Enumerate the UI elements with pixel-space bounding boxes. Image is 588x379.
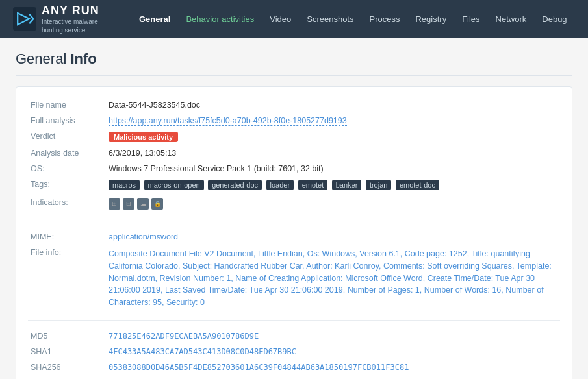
label-fileinfo: File info:: [28, 245, 106, 312]
row-ssdeep: SSDEEP 3072:277HUUUUUUUUUUUUUUUUUUUUUUTK…: [28, 375, 560, 379]
row-tags: Tags: macros macros-on-open generated-do…: [28, 177, 560, 195]
tag-generated-doc: generated-doc: [208, 180, 262, 190]
value-os: Windows 7 Professional Service Pack 1 (b…: [106, 161, 560, 177]
nav-item-files[interactable]: Files: [455, 10, 486, 28]
nav-item-debug[interactable]: Debug: [535, 10, 573, 28]
value-filename: Data-5544-J5823545.doc: [106, 97, 560, 113]
nav-item-general[interactable]: General: [133, 10, 177, 28]
tag-trojan: trojan: [366, 180, 392, 190]
tag-loader: loader: [266, 180, 294, 190]
tag-banker: banker: [332, 180, 362, 190]
logo-subtitle: Interactive malware hunting service: [42, 18, 107, 34]
nav-link-general[interactable]: General: [133, 10, 177, 28]
label-ssdeep: SSDEEP: [28, 375, 106, 379]
label-md5: MD5: [28, 328, 106, 344]
label-os: OS:: [28, 161, 106, 177]
nav-link-screenshots[interactable]: Screenshots: [300, 10, 360, 28]
tag-emotet-doc: emotet-doc: [396, 180, 439, 190]
nav-item-behavior[interactable]: Behavior activities: [179, 10, 261, 28]
nav-link-behavior[interactable]: Behavior activities: [179, 10, 261, 28]
info-table-hashes: MD5 771825E462ADF9ECAEBA5A9010786D9E SHA…: [28, 328, 560, 379]
label-fullanalysis: Full analysis: [28, 113, 106, 128]
row-analysis-date: Analysis date 6/3/2019, 13:05:13: [28, 145, 560, 161]
value-analysis-date: 6/3/2019, 13:05:13: [106, 145, 560, 161]
nav-item-process[interactable]: Process: [363, 10, 406, 28]
row-mime: MIME: application/msword: [28, 229, 560, 245]
navigation: ANY RUN Interactive malware hunting serv…: [0, 0, 588, 38]
value-md5: 771825E462ADF9ECAEBA5A9010786D9E: [109, 332, 259, 341]
value-sha1: 4FC433A5A483CA7AD543C413D08C0D48ED67B9BC: [109, 347, 296, 356]
row-fullanalysis: Full analysis https://app.any.run/tasks/…: [28, 113, 560, 128]
label-sha256: SHA256: [28, 360, 106, 375]
tag-emotet: emotet: [298, 180, 328, 190]
info-table-2: MIME: application/msword File info: Comp…: [28, 229, 560, 312]
nav-item-registry[interactable]: Registry: [409, 10, 453, 28]
row-verdict: Verdict Malicious activity: [28, 128, 560, 145]
logo: ANY RUN Interactive malware hunting serv…: [13, 4, 107, 34]
nav-item-video[interactable]: Video: [263, 10, 298, 28]
nav-link-video[interactable]: Video: [263, 10, 298, 28]
nav-link-registry[interactable]: Registry: [409, 10, 453, 28]
indicator-icon-4: 🔒: [151, 198, 163, 210]
info-table: File name Data-5544-J5823545.doc Full an…: [28, 97, 560, 213]
label-mime: MIME:: [28, 229, 106, 245]
page-title: General Info: [16, 51, 572, 76]
row-fileinfo: File info: Composite Document File V2 Do…: [28, 245, 560, 312]
label-verdict: Verdict: [28, 128, 106, 145]
row-sha256: SHA256 05383088D0D46A5B5F4DE852703601A6C…: [28, 360, 560, 375]
indicator-icon-2: ⊟: [123, 198, 134, 210]
label-tags: Tags:: [28, 177, 106, 195]
main-content: General Info File name Data-5544-J582354…: [0, 38, 588, 379]
tag-macros-on-open: macros-on-open: [144, 180, 204, 190]
nav-link-network[interactable]: Network: [489, 10, 533, 28]
full-analysis-link[interactable]: https://app.any.run/tasks/f75fc5d0-a70b-…: [109, 116, 347, 126]
label-analysis-date: Analysis date: [28, 145, 106, 161]
nav-link-process[interactable]: Process: [363, 10, 406, 28]
logo-icon: [13, 7, 36, 31]
row-indicators: Indicators: ⊞ ⊟ ☁ 🔒: [28, 195, 560, 213]
value-sha256: 05383088D0D46A5B5F4DE852703601A6C39F0484…: [109, 363, 409, 372]
info-box: File name Data-5544-J5823545.doc Full an…: [16, 86, 572, 379]
indicator-icons: ⊞ ⊟ ☁ 🔒: [109, 198, 557, 210]
verdict-badge: Malicious activity: [109, 132, 178, 142]
nav-link-debug[interactable]: Debug: [535, 10, 573, 28]
row-os: OS: Windows 7 Professional Service Pack …: [28, 161, 560, 177]
nav-item-network[interactable]: Network: [489, 10, 533, 28]
label-indicators: Indicators:: [28, 195, 106, 213]
logo-text: ANY RUN: [42, 4, 101, 18]
label-sha1: SHA1: [28, 344, 106, 360]
row-sha1: SHA1 4FC433A5A483CA7AD543C413D08C0D48ED6…: [28, 344, 560, 360]
value-tags: macros macros-on-open generated-doc load…: [106, 177, 560, 195]
nav-list: General Behavior activities Video Screen…: [133, 10, 574, 28]
indicator-icon-1: ⊞: [109, 198, 120, 210]
value-fileinfo: Composite Document File V2 Document, Lit…: [109, 249, 552, 307]
indicator-icon-3: ☁: [137, 198, 149, 210]
label-filename: File name: [28, 97, 106, 113]
row-filename: File name Data-5544-J5823545.doc: [28, 97, 560, 113]
nav-link-files[interactable]: Files: [455, 10, 486, 28]
row-md5: MD5 771825E462ADF9ECAEBA5A9010786D9E: [28, 328, 560, 344]
value-mime: application/msword: [109, 232, 178, 241]
tag-macros: macros: [109, 180, 140, 190]
divider-1: [28, 221, 560, 221]
nav-item-screenshots[interactable]: Screenshots: [300, 10, 360, 28]
divider-2: [28, 320, 560, 321]
